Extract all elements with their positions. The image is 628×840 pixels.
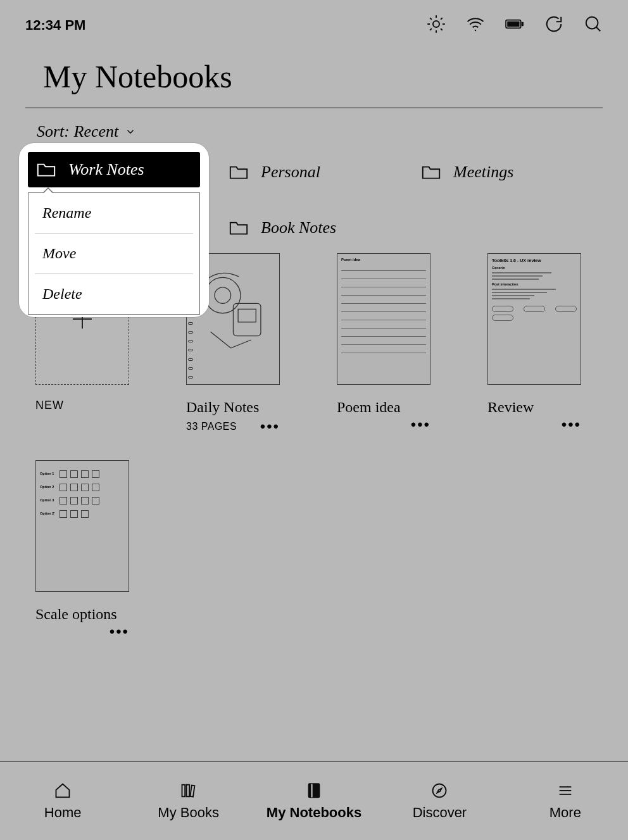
nav-my-notebooks[interactable]: My Notebooks: [251, 762, 377, 840]
bottom-nav: Home My Books My Notebooks Discover More: [0, 762, 628, 840]
svg-point-0: [433, 21, 439, 27]
notebook-thumbnail: Toolkits 1.6 - UX review Generic Post in…: [487, 253, 581, 385]
context-target-folder[interactable]: Work Notes: [28, 152, 200, 187]
svg-line-8: [441, 18, 443, 20]
books-icon: [179, 782, 198, 799]
svg-rect-19: [182, 784, 185, 796]
folder-label: Personal: [261, 163, 320, 182]
context-menu: Rename Move Delete: [28, 192, 200, 315]
nav-label: Home: [44, 805, 82, 821]
folder-icon: [229, 165, 248, 180]
page-header: My Notebooks Sort: Recent: [25, 58, 603, 141]
menu-item-rename[interactable]: Rename: [28, 193, 199, 233]
menu-item-delete[interactable]: Delete: [28, 274, 199, 314]
svg-point-13: [586, 17, 598, 29]
battery-icon: [505, 15, 524, 36]
notebook-thumbnail: Option 1 Option 2 Option 3 Option 2': [35, 460, 129, 592]
svg-line-4: [441, 28, 443, 30]
folder-personal[interactable]: Personal: [218, 154, 410, 190]
nav-more[interactable]: More: [503, 762, 628, 840]
brightness-icon[interactable]: [427, 15, 446, 36]
folder-meetings[interactable]: Meetings: [410, 154, 603, 190]
menu-item-move[interactable]: Move: [28, 234, 199, 273]
svg-point-9: [475, 30, 477, 32]
folder-label: Meetings: [453, 163, 513, 182]
more-icon[interactable]: •••: [562, 421, 581, 429]
compass-icon: [430, 782, 449, 799]
svg-line-3: [430, 18, 432, 20]
svg-point-16: [215, 287, 231, 304]
nav-home[interactable]: Home: [0, 762, 125, 840]
nav-label: My Books: [158, 805, 219, 821]
notebook-icon: [305, 782, 323, 799]
notebook-review[interactable]: Toolkits 1.6 - UX review Generic Post in…: [487, 253, 582, 432]
chevron-down-icon: [125, 126, 136, 137]
folder-label: Book Notes: [261, 218, 336, 237]
page-count: 33 PAGES: [186, 421, 237, 432]
page-title: My Notebooks: [25, 58, 603, 108]
folder-context-popover: Work Notes Rename Move Delete: [19, 143, 209, 317]
notebook-title: Scale options: [35, 606, 130, 623]
notebook-title: Poem idea: [337, 399, 432, 416]
nav-discover[interactable]: Discover: [377, 762, 502, 840]
notebook-scale-options[interactable]: Option 1 Option 2 Option 3 Option 2' Sca…: [35, 460, 130, 636]
svg-line-7: [430, 28, 432, 30]
folder-book-notes[interactable]: Book Notes: [218, 210, 410, 246]
home-icon: [53, 782, 72, 799]
notebook-title: Daily Notes: [186, 399, 281, 416]
more-icon[interactable]: •••: [260, 423, 280, 430]
folder-label: Work Notes: [68, 160, 144, 179]
svg-rect-12: [522, 22, 524, 26]
svg-rect-18: [238, 309, 256, 322]
svg-rect-11: [507, 22, 519, 27]
sort-dropdown[interactable]: Sort: Recent: [25, 122, 603, 141]
more-icon[interactable]: •••: [411, 421, 430, 429]
sort-label: Sort: Recent: [37, 122, 118, 141]
svg-rect-22: [309, 784, 319, 797]
nav-label: More: [550, 805, 581, 821]
svg-rect-20: [186, 784, 189, 796]
status-icons: [427, 15, 603, 36]
notebook-thumbnail: Poem idea: [337, 253, 430, 385]
sync-icon[interactable]: [544, 15, 563, 36]
svg-rect-21: [190, 785, 194, 796]
more-icon[interactable]: •••: [110, 628, 129, 636]
folder-icon: [422, 165, 441, 180]
notebook-title: Review: [487, 399, 582, 416]
nav-my-books[interactable]: My Books: [125, 762, 251, 840]
nav-label: My Notebooks: [267, 805, 361, 821]
svg-point-15: [205, 277, 241, 313]
wifi-icon[interactable]: [466, 15, 485, 36]
folder-icon: [37, 162, 56, 177]
status-bar: 12:34 PM: [0, 0, 628, 51]
folder-icon: [229, 220, 248, 235]
svg-rect-17: [233, 303, 261, 335]
notebook-poem-idea[interactable]: Poem idea Poem idea •••: [337, 253, 432, 432]
new-label: NEW: [35, 399, 130, 412]
nav-label: Discover: [413, 805, 467, 821]
search-icon[interactable]: [584, 15, 603, 36]
menu-icon: [556, 782, 575, 799]
svg-line-14: [596, 27, 600, 31]
status-time: 12:34 PM: [25, 17, 85, 34]
svg-point-24: [433, 784, 446, 797]
